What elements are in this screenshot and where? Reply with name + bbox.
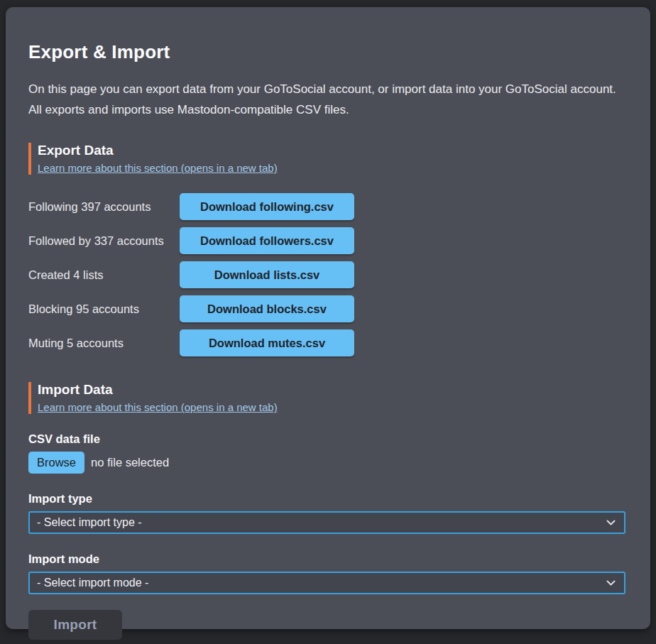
export-row-following: Following 397 accounts Download followin… [28, 193, 628, 220]
export-row-followers: Followed by 337 accounts Download follow… [28, 227, 628, 254]
chevron-down-icon [606, 520, 616, 526]
download-followers-button[interactable]: Download followers.csv [180, 227, 354, 254]
export-row-lists: Created 4 lists Download lists.csv [28, 261, 628, 288]
import-type-label: Import type [28, 492, 628, 506]
followers-count-label: Followed by 337 accounts [28, 234, 180, 248]
page-description-line-1: On this page you can export data from yo… [28, 82, 616, 96]
file-selected-status: no file selected [91, 456, 169, 469]
file-input-row: Browse no file selected [28, 452, 628, 474]
import-submit-button[interactable]: Import [28, 610, 122, 640]
import-type-field: Import type - Select import type - [28, 492, 628, 534]
page-description-line-2: All exports and imports use Mastodon-com… [28, 103, 349, 116]
download-blocks-button[interactable]: Download blocks.csv [180, 295, 354, 322]
import-data-section-head: Import Data Learn more about this sectio… [28, 382, 628, 414]
import-mode-selected-value: - Select import mode - [37, 577, 148, 589]
mutes-count-label: Muting 5 accounts [28, 337, 180, 350]
page-title: Export & Import [28, 41, 628, 63]
chevron-down-icon [606, 580, 616, 586]
download-following-button[interactable]: Download following.csv [180, 193, 354, 220]
download-mutes-button[interactable]: Download mutes.csv [180, 329, 354, 356]
import-type-selected-value: - Select import type - [37, 516, 142, 529]
import-data-section: Import Data Learn more about this sectio… [28, 382, 628, 640]
lists-count-label: Created 4 lists [28, 268, 180, 282]
import-mode-field: Import mode - Select import mode - [28, 552, 628, 594]
export-row-mutes: Muting 5 accounts Download mutes.csv [28, 329, 628, 356]
import-mode-label: Import mode [28, 552, 628, 566]
import-mode-select[interactable]: - Select import mode - [28, 572, 625, 594]
browse-file-button[interactable]: Browse [28, 452, 84, 474]
csv-file-field: CSV data file Browse no file selected [28, 432, 628, 474]
export-learn-more-link[interactable]: Learn more about this section (opens in … [38, 162, 278, 174]
export-import-panel: Export & Import On this page you can exp… [6, 7, 650, 629]
export-data-section-head: Export Data Learn more about this sectio… [28, 143, 628, 175]
blocks-count-label: Blocking 95 accounts [28, 302, 180, 316]
import-data-heading: Import Data [38, 382, 628, 398]
download-lists-button[interactable]: Download lists.csv [180, 261, 354, 288]
page-description: On this page you can export data from yo… [28, 79, 628, 120]
import-type-select[interactable]: - Select import type - [28, 511, 625, 534]
following-count-label: Following 397 accounts [28, 200, 180, 214]
export-data-heading: Export Data [38, 143, 628, 158]
import-learn-more-link[interactable]: Learn more about this section (opens in … [38, 401, 278, 413]
export-data-section: Export Data Learn more about this sectio… [28, 143, 628, 356]
export-row-blocks: Blocking 95 accounts Download blocks.csv [28, 295, 628, 322]
csv-file-label: CSV data file [28, 432, 628, 446]
